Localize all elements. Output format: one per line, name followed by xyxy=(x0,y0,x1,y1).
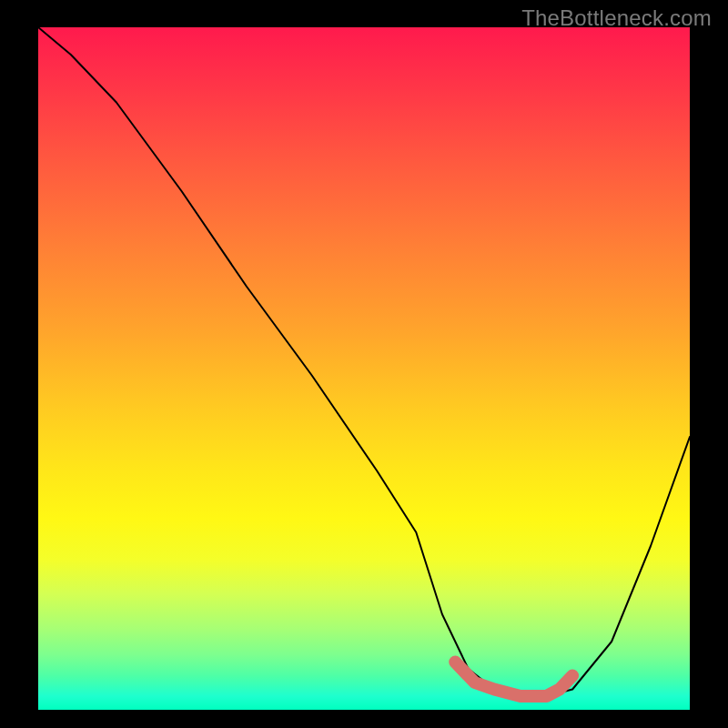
plot-area xyxy=(38,27,690,710)
optimal-range-highlight xyxy=(455,662,572,697)
curve-svg xyxy=(38,27,690,710)
chart-container: TheBottleneck.com xyxy=(0,0,728,728)
bottleneck-curve-path xyxy=(38,27,690,696)
